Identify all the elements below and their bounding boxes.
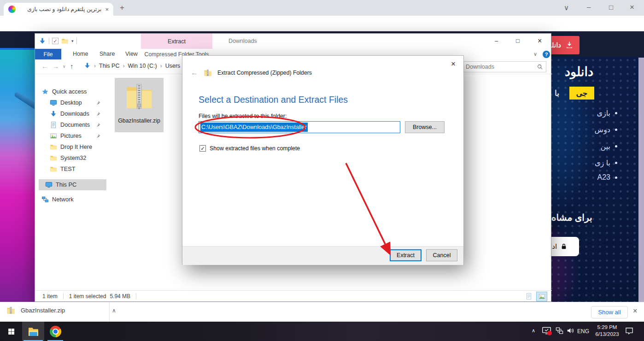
extract-tab-label: Extract bbox=[168, 38, 186, 45]
breadcrumb[interactable]: › This PC › Win 10 (C:) › Users bbox=[84, 62, 180, 69]
crumb-users[interactable]: Users bbox=[165, 63, 181, 69]
downloads-icon bbox=[50, 110, 57, 118]
bullet-dot bbox=[615, 176, 617, 179]
thumbnail-view-icon bbox=[539, 293, 545, 300]
pin-icon bbox=[95, 111, 101, 117]
sidebar-item-drop-it-here[interactable]: Drop It Here bbox=[35, 141, 106, 153]
hero-lead-prefix: با bbox=[555, 88, 559, 98]
destination-path-input[interactable]: C:\Users\GBAZ\Downloads\GbazInstaller bbox=[199, 121, 400, 133]
sidebar-item-test[interactable]: TEST bbox=[35, 164, 106, 175]
quick-access-toolbar: ✓ ▾ bbox=[39, 37, 77, 45]
browser-close-button[interactable]: × bbox=[630, 3, 634, 12]
clock[interactable]: 5:29 PM 6/13/2023 bbox=[592, 324, 622, 338]
cta-lead-text: برای مشاه bbox=[551, 212, 592, 223]
nav-forward-icon[interactable]: → bbox=[53, 63, 59, 70]
divider bbox=[76, 38, 77, 44]
nav-up-icon[interactable]: ↑ bbox=[70, 62, 74, 70]
page-scrollbar[interactable] bbox=[638, 58, 644, 302]
status-bar: 1 item 1 item selected 5.94 MB bbox=[35, 290, 552, 302]
sidebar-item-desktop[interactable]: Desktop bbox=[35, 97, 106, 108]
explorer-maximize-button[interactable]: □ bbox=[516, 37, 520, 44]
qat-properties-icon[interactable]: ✓ bbox=[52, 38, 59, 44]
bullet-label: دوس bbox=[595, 125, 610, 134]
this-pc-icon bbox=[45, 181, 53, 188]
browse-button[interactable]: Browse... bbox=[405, 121, 445, 133]
sidebar-item-quick-access[interactable]: Quick access bbox=[35, 86, 106, 97]
extract-contextual-tab[interactable]: Extract bbox=[141, 34, 212, 49]
sidebar-label: This PC bbox=[56, 182, 106, 188]
sidebar-item-this-pc[interactable]: This PC bbox=[39, 179, 106, 190]
tab-file[interactable]: File bbox=[35, 49, 61, 59]
tab-home[interactable]: Home bbox=[73, 51, 88, 57]
explorer-close-button[interactable]: × bbox=[538, 37, 542, 45]
tab-close-icon[interactable]: × bbox=[105, 6, 109, 13]
bullet-dot bbox=[615, 145, 617, 147]
download-item-chevron-icon[interactable]: ∧ bbox=[112, 307, 116, 314]
folder-icon bbox=[50, 143, 57, 151]
qat-customize-caret-icon[interactable]: ▾ bbox=[71, 39, 74, 43]
tray-display-icon[interactable] bbox=[542, 326, 551, 335]
file-item-gbazinstaller[interactable]: GbazInstaller.zip bbox=[115, 78, 164, 132]
site-favicon bbox=[8, 6, 16, 13]
screen: برترین پلتفرم دانلود و نصب بازی × + ∨ – … bbox=[0, 0, 644, 341]
crumb-this-pc[interactable]: This PC bbox=[99, 63, 119, 69]
show-all-button[interactable]: Show all bbox=[591, 306, 628, 318]
browser-tab[interactable]: برترین پلتفرم دانلود و نصب بازی × bbox=[4, 3, 113, 16]
checkbox-label: Show extracted files when complete bbox=[210, 145, 300, 152]
search-icon[interactable] bbox=[537, 64, 543, 70]
language-indicator[interactable]: ENG bbox=[577, 328, 589, 335]
help-icon[interactable]: ? bbox=[543, 51, 550, 58]
tab-view[interactable]: View bbox=[125, 51, 138, 57]
nav-history-chevron-icon[interactable]: ∨ bbox=[63, 64, 66, 69]
sidebar-item-documents[interactable]: Documents bbox=[35, 119, 106, 130]
bullet-label: با زی bbox=[595, 159, 610, 167]
crumb-sep: › bbox=[123, 63, 124, 69]
sidebar-item-downloads[interactable]: Downloads bbox=[35, 108, 106, 119]
bullet-label: بازی bbox=[597, 109, 610, 118]
extract-button[interactable]: Extract bbox=[390, 249, 422, 261]
browser-menu-chevron-icon[interactable]: ∨ bbox=[564, 4, 569, 12]
pin-icon bbox=[95, 133, 101, 139]
folder-icon bbox=[50, 165, 57, 173]
sidebar-item-network[interactable]: Network bbox=[35, 194, 106, 205]
cancel-button[interactable]: Cancel bbox=[426, 249, 457, 261]
details-view-icon[interactable] bbox=[525, 293, 533, 300]
tab-share[interactable]: Share bbox=[100, 51, 115, 57]
start-button[interactable] bbox=[0, 322, 22, 341]
downloads-bar-close-icon[interactable]: × bbox=[633, 307, 637, 315]
checkbox-checked[interactable]: ✓ bbox=[199, 145, 206, 152]
network-tray-icon[interactable] bbox=[555, 326, 564, 335]
qat-new-folder-icon[interactable] bbox=[61, 37, 69, 45]
sidebar-item-pictures[interactable]: Pictures bbox=[35, 130, 106, 141]
browser-tab-strip: برترین پلتفرم دانلود و نصب بازی × + ∨ – … bbox=[0, 0, 644, 16]
dialog-close-button[interactable]: × bbox=[451, 59, 456, 69]
sidebar-item-system32[interactable]: System32 bbox=[35, 153, 106, 164]
browser-maximize-button[interactable]: □ bbox=[609, 3, 613, 11]
taskbar-file-explorer-button[interactable] bbox=[22, 322, 44, 341]
nav-back-icon[interactable]: ← bbox=[41, 63, 48, 70]
divider bbox=[63, 293, 64, 300]
bullet-dot bbox=[615, 112, 617, 114]
crumb-drive[interactable]: Win 10 (C:) bbox=[128, 63, 157, 69]
dialog-back-icon[interactable]: ← bbox=[191, 69, 198, 77]
download-item[interactable]: GbazInstaller.zip ∧ bbox=[6, 306, 116, 315]
sidebar-label: Quick access bbox=[52, 88, 106, 95]
taskbar-chrome-button[interactable] bbox=[44, 322, 66, 341]
show-files-checkbox-row[interactable]: ✓ Show extracted files when complete bbox=[199, 145, 300, 152]
extract-dialog: × ← Extract Compressed (Zipped) Folders … bbox=[182, 55, 464, 265]
file-item-label: GbazInstaller.zip bbox=[115, 118, 164, 124]
browser-minimize-button[interactable]: – bbox=[587, 3, 591, 11]
hero-lead-highlight: جی bbox=[569, 87, 594, 100]
thumbnail-view-toggle[interactable] bbox=[536, 292, 547, 301]
tray-expand-chevron-icon[interactable]: ∧ bbox=[532, 328, 535, 334]
dialog-header: ← Extract Compressed (Zipped) Folders bbox=[191, 69, 312, 77]
quick-access-star-icon bbox=[41, 88, 49, 95]
ribbon-collapse-chevron-icon[interactable]: ∨ bbox=[533, 51, 537, 57]
action-center-icon[interactable] bbox=[625, 326, 634, 335]
sidebar-label: System32 bbox=[60, 155, 106, 161]
selected-path-text: C:\Users\GBAZ\Downloads\GbazInstaller bbox=[200, 123, 308, 132]
explorer-minimize-button[interactable]: – bbox=[495, 37, 498, 44]
volume-icon[interactable] bbox=[566, 326, 575, 335]
new-tab-button[interactable]: + bbox=[120, 3, 124, 12]
desktop-icon bbox=[50, 99, 57, 106]
